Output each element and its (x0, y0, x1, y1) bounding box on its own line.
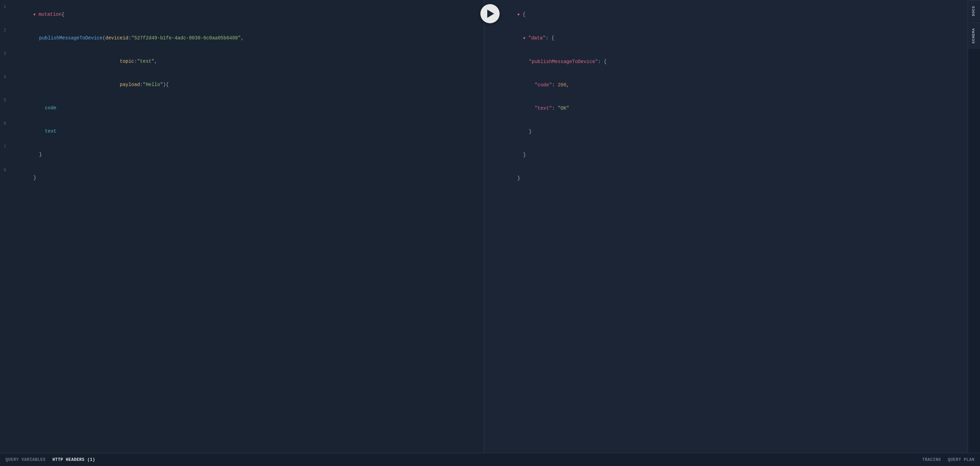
bottom-bar: QUERY VARIABLES HTTP HEADERS (1) TRACING… (0, 453, 980, 466)
docs-tab[interactable]: DOCS (968, 0, 980, 22)
collapse-icon-1[interactable]: ▼ (33, 13, 38, 17)
query-plan-tab[interactable]: QUERY PLAN (948, 455, 975, 465)
result-collapse-1[interactable]: ▼ (517, 13, 522, 17)
http-headers-tab[interactable]: HTTP HEADERS (1) (52, 455, 95, 465)
code-line-6: 6 text (0, 120, 484, 143)
punct-1: { (62, 12, 64, 17)
line-number-5: 5 (0, 97, 10, 104)
line-number-8: 8 (0, 166, 10, 174)
spaces-2 (33, 35, 39, 41)
result-line-7: } (484, 143, 968, 166)
result-line-5: "text": "OK" (484, 97, 968, 120)
line-number-7: 7 (0, 143, 10, 151)
line-number-4: 4 (0, 73, 10, 81)
query-variables-tab[interactable]: QUERY VARIABLES (5, 455, 46, 465)
result-content-5: "text": "OK" (495, 97, 968, 120)
code-line-8: 8 } (0, 166, 484, 190)
result-content-3: "publishMessageToDevice": { (495, 51, 968, 73)
line-content-7: } (10, 143, 484, 166)
result-collapse-2[interactable]: ▼ (523, 36, 528, 40)
result-line-3: "publishMessageToDevice": { (484, 50, 968, 73)
line-content-3: topic:"test", (10, 50, 484, 73)
code-line-5: 5 code (0, 96, 484, 120)
code-line-3: 3 topic:"test", (0, 50, 484, 73)
result-content-7: } (495, 144, 968, 166)
line-number-2: 2 (0, 27, 10, 34)
line-content-2: publishMessageToDevice(deviceid:"527f2d4… (10, 27, 484, 49)
code-line-2: 2 publishMessageToDevice(deviceid:"527f2… (0, 26, 484, 50)
code-line-7: 7 } (0, 143, 484, 166)
line-content-5: code (10, 97, 484, 119)
bottom-right-tabs: TRACING QUERY PLAN (922, 455, 975, 465)
result-line-4: "code": 200, (484, 73, 968, 97)
main-area: 1 ▼ mutation{ 2 publishMessageToDevice(d… (0, 0, 980, 453)
bottom-left-tabs: QUERY VARIABLES HTTP HEADERS (1) (5, 455, 95, 465)
result-line-6: } (484, 120, 968, 143)
line-content-1: ▼ mutation{ (10, 3, 484, 26)
execute-query-button[interactable] (480, 4, 500, 23)
result-line-8: } (484, 166, 968, 190)
line-content-8: } (10, 166, 484, 189)
code-line-1: 1 ▼ mutation{ (0, 3, 484, 26)
result-content-8: } (495, 167, 968, 190)
line-content-6: text (10, 120, 484, 143)
field-text: text (45, 128, 57, 134)
tracing-tab[interactable]: TRACING (922, 455, 941, 465)
result-content-1: ▼ { (495, 3, 968, 26)
code-line-4: 4 payload:"Hello"){ (0, 73, 484, 96)
line-number-1: 1 (0, 3, 10, 11)
result-content-4: "code": 200, (495, 74, 968, 96)
result-line-2: ▼ "data": { (484, 26, 968, 50)
result-pane: ▼ { ▼ "data": { "publishMessageToDevice"… (484, 0, 968, 453)
schema-tab[interactable]: SCHEMA (968, 22, 980, 49)
editor-pane: 1 ▼ mutation{ 2 publishMessageToDevice(d… (0, 0, 484, 453)
result-content-2: ▼ "data": { (495, 27, 968, 50)
function-publish: publishMessageToDevice (39, 35, 102, 41)
result-content-6: } (495, 120, 968, 143)
result-line-1: ▼ { (484, 3, 968, 26)
line-content-4: payload:"Hello"){ (10, 73, 484, 96)
line-number-6: 6 (0, 120, 10, 127)
keyword-mutation: mutation (38, 12, 61, 17)
right-sidebar: DOCS SCHEMA (968, 0, 980, 453)
play-icon (487, 10, 494, 18)
line-number-3: 3 (0, 50, 10, 57)
field-code: code (45, 105, 57, 111)
